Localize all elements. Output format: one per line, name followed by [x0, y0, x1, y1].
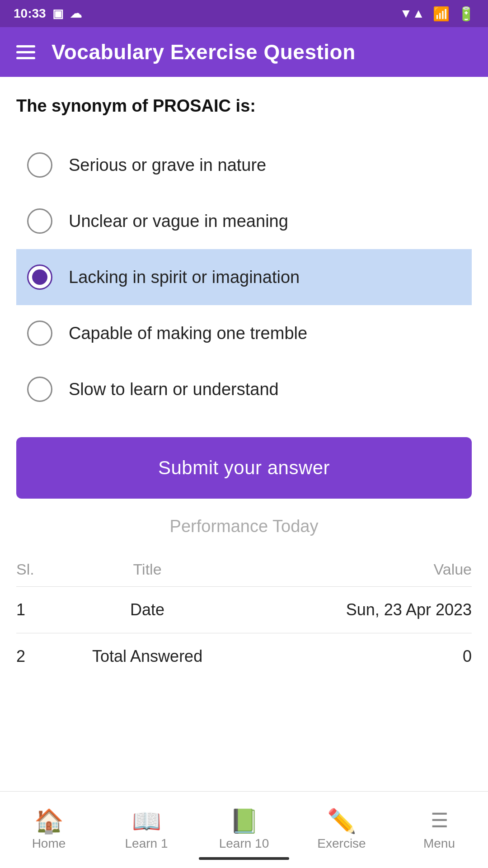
menu-icon: ☰ — [431, 809, 448, 833]
nav-menu-label: Menu — [423, 836, 455, 851]
row2-value: 0 — [246, 633, 472, 679]
table-row: 2 Total Answered 0 — [16, 633, 472, 679]
cloud-icon: ☁ — [70, 7, 82, 21]
status-bar: 10:33 ▣ ☁ ▼▲ 📶 🔋 — [0, 0, 488, 27]
page-title: Vocabulary Exercise Question — [52, 40, 356, 64]
col-header-title: Title — [48, 552, 246, 586]
option-label-1: Serious or grave in nature — [69, 154, 266, 176]
exercise-icon: ✏️ — [327, 809, 357, 833]
learn10-icon: 📗 — [230, 809, 259, 833]
radio-button-3[interactable] — [27, 264, 52, 290]
hamburger-menu-button[interactable] — [16, 45, 35, 59]
col-header-sl: Sl. — [16, 552, 48, 586]
nav-home-label: Home — [32, 836, 66, 851]
nav-exercise[interactable]: ✏️ Exercise — [305, 809, 378, 851]
main-content: The synonym of PROSAIC is: Serious or gr… — [0, 77, 488, 499]
nav-learn10-label: Learn 10 — [219, 836, 269, 851]
learn1-icon: 📖 — [132, 809, 161, 833]
home-icon: 🏠 — [34, 809, 64, 833]
option-item[interactable]: Capable of making one tremble — [16, 305, 472, 361]
nav-learn10[interactable]: 📗 Learn 10 — [208, 809, 280, 851]
option-label-5: Slow to learn or understand — [69, 378, 279, 401]
row2-title: Total Answered — [48, 633, 246, 679]
toolbar: Vocabulary Exercise Question — [0, 27, 488, 77]
nav-learn1-label: Learn 1 — [125, 836, 168, 851]
nav-home[interactable]: 🏠 Home — [13, 809, 85, 851]
row1-value: Sun, 23 Apr 2023 — [246, 587, 472, 633]
wifi-icon: ▼▲ — [400, 6, 425, 21]
submit-answer-button[interactable]: Submit your answer — [16, 437, 472, 499]
radio-button-2[interactable] — [27, 208, 52, 234]
table-row: 1 Date Sun, 23 Apr 2023 — [16, 587, 472, 633]
row2-sl: 2 — [16, 633, 48, 679]
bottom-navigation: 🏠 Home 📖 Learn 1 📗 Learn 10 ✏️ Exercise … — [0, 791, 488, 868]
option-label-3: Lacking in spirit or imagination — [69, 266, 300, 288]
question-text: The synonym of PROSAIC is: — [16, 95, 472, 117]
performance-section: Performance Today Sl. Title Value 1 Date… — [0, 499, 488, 679]
radio-button-1[interactable] — [27, 152, 52, 178]
option-label-2: Unclear or vague in meaning — [69, 210, 288, 232]
row1-title: Date — [48, 587, 246, 633]
table-header-row: Sl. Title Value — [16, 552, 472, 586]
row1-sl: 1 — [16, 587, 48, 633]
option-item[interactable]: Slow to learn or understand — [16, 361, 472, 417]
time-display: 10:33 — [14, 6, 46, 21]
battery-icon: 🔋 — [458, 6, 474, 22]
col-header-value: Value — [246, 552, 472, 586]
option-item[interactable]: Unclear or vague in meaning — [16, 193, 472, 249]
option-label-4: Capable of making one tremble — [69, 322, 307, 344]
options-list: Serious or grave in nature Unclear or va… — [16, 137, 472, 417]
performance-title: Performance Today — [16, 517, 472, 536]
screenshot-icon: ▣ — [52, 7, 64, 21]
status-left: 10:33 ▣ ☁ — [14, 6, 82, 21]
nav-learn1[interactable]: 📖 Learn 1 — [110, 809, 183, 851]
radio-button-4[interactable] — [27, 321, 52, 346]
nav-exercise-label: Exercise — [317, 836, 366, 851]
bottom-indicator — [199, 857, 289, 860]
option-item-selected[interactable]: Lacking in spirit or imagination — [16, 249, 472, 305]
performance-table: Sl. Title Value 1 Date Sun, 23 Apr 2023 … — [16, 552, 472, 679]
option-item[interactable]: Serious or grave in nature — [16, 137, 472, 193]
status-right: ▼▲ 📶 🔋 — [400, 6, 474, 22]
nav-menu[interactable]: ☰ Menu — [403, 809, 475, 851]
radio-button-5[interactable] — [27, 377, 52, 402]
signal-icon: 📶 — [433, 6, 450, 22]
